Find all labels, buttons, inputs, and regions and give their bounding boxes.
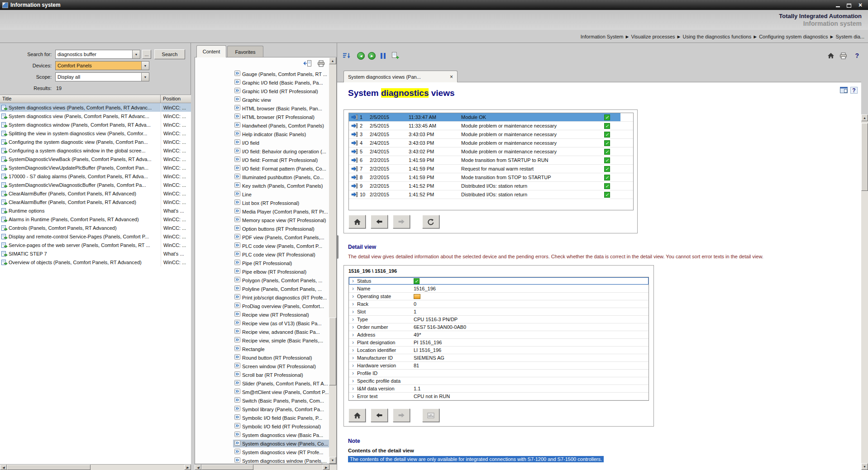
home-icon[interactable] xyxy=(827,51,835,60)
search-result-row[interactable]: System diagnostics view (Panels, Comfort… xyxy=(0,112,191,120)
search-result-row[interactable]: SystemDiagnosticViewBack (Panels, Comfor… xyxy=(0,155,191,163)
toc-item[interactable]: System diagnostics view (RT Profe... xyxy=(195,448,329,456)
tab-close-icon[interactable]: × xyxy=(450,74,453,80)
tab-favorites[interactable]: Favorites xyxy=(227,46,263,57)
property-row[interactable]: Rack 0 xyxy=(349,300,649,308)
search-result-row[interactable]: Controls (Panels, Comfort Panels, RT Adv… xyxy=(0,223,191,232)
toc-item[interactable]: Print job/script diagnostics (RT Profe..… xyxy=(195,293,329,302)
toc-item[interactable]: Option buttons (RT Professional) xyxy=(195,224,329,233)
property-row[interactable]: Plant designation PI 1516_196 xyxy=(349,339,649,347)
toc-item[interactable]: Screen window (RT Professional) xyxy=(195,362,329,370)
back-button[interactable] xyxy=(371,215,388,228)
scroll-left-button[interactable] xyxy=(195,465,201,470)
diagnostics-export-button[interactable] xyxy=(422,408,439,422)
dropdown-arrow-icon[interactable] xyxy=(141,73,149,81)
help-icon[interactable]: ? xyxy=(855,51,859,60)
scroll-down-button[interactable] xyxy=(329,457,336,464)
expander-icon[interactable] xyxy=(349,301,357,307)
toc-item[interactable]: Round button (RT Professional) xyxy=(195,353,329,362)
toc-item[interactable]: ProDiag overview (Panels, Comfort... xyxy=(195,302,329,310)
note-selected-text[interactable]: The contents of the detail view are only… xyxy=(348,456,604,462)
dropdown-arrow-icon[interactable] xyxy=(141,62,149,70)
scrollbar-track[interactable] xyxy=(861,121,868,463)
alarm-row[interactable]: 8 2/2/2015 1:41:59 PM Mode transition fr… xyxy=(349,173,633,182)
toc-item[interactable]: System diagnostics window (Panels,... xyxy=(195,456,329,464)
toc-item[interactable]: Rectangle xyxy=(195,345,329,353)
toc-item[interactable]: Sm@rtClient view (Panels, Comfort P... xyxy=(195,388,329,396)
search-result-row[interactable]: Runtime options What's ... xyxy=(0,206,191,215)
expander-icon[interactable] xyxy=(349,285,357,292)
document-tab[interactable]: System diagnostics views (Pan... × xyxy=(343,71,458,82)
scrollbar-thumb[interactable] xyxy=(201,465,253,470)
property-row[interactable]: Name 1516_196 xyxy=(349,285,649,293)
property-row[interactable]: Hardware version 81 xyxy=(349,362,649,370)
scrollbar-track[interactable] xyxy=(329,64,336,457)
alarm-row[interactable]: 10 2/2/2015 1:41:52 PM Distributed I/Os:… xyxy=(349,190,633,199)
breadcrumb[interactable]: Information System ► Visualize processes… xyxy=(581,34,864,39)
scroll-left-button[interactable] xyxy=(0,465,7,470)
minimize-button[interactable] xyxy=(834,2,842,9)
property-row[interactable]: Address 49* xyxy=(349,331,649,339)
alarm-row[interactable]: 3 2/4/2015 3:43:03 PM Module problem or … xyxy=(349,130,633,139)
search-result-row[interactable]: Splitting the view in system diagnostics… xyxy=(0,129,191,138)
toc-item[interactable]: Symbolic I/O field (RT Professional) xyxy=(195,422,329,431)
toc-item[interactable]: Handwheel (Panels, Comfort Panels) xyxy=(195,121,329,130)
toc-item[interactable]: PDF view (Panels, Comfort Panels,... xyxy=(195,233,329,242)
toc-item[interactable]: Memory space view (RT Professional) xyxy=(195,216,329,224)
devices-value[interactable]: Comfort Panels xyxy=(56,62,141,70)
toc-item[interactable]: I/O field: Behavior during operation (..… xyxy=(195,147,329,156)
search-result-row[interactable]: Configuring a system diagnostics window … xyxy=(0,146,191,155)
add-favorite-page-icon[interactable] xyxy=(391,51,399,60)
toc-item[interactable]: PLC code view (Panels, Comfort P... xyxy=(195,242,329,250)
scrollbar-track[interactable] xyxy=(253,465,323,470)
toc-item[interactable]: Slider (Panels, Comfort Panels, RT A... xyxy=(195,379,329,388)
alarm-row[interactable]: 7 2/2/2015 1:41:59 PM Request for manual… xyxy=(349,165,633,173)
scrollbar-track[interactable] xyxy=(91,465,184,470)
toc-item[interactable]: Recipe view (as of V13) (Basic Pa... xyxy=(195,319,329,328)
scrollbar-thumb[interactable] xyxy=(861,123,868,191)
toc-item[interactable]: Scroll bar (RT Professional) xyxy=(195,370,329,379)
search-result-row[interactable]: SIMATIC STEP 7 What's ... xyxy=(0,249,191,258)
toc-item[interactable]: Graphic I/O field (Basic Panels, Pa... xyxy=(195,78,329,87)
search-result-row[interactable]: System diagnostics views (Panels, Comfor… xyxy=(0,103,191,112)
column-header-title[interactable]: Title xyxy=(0,95,161,103)
expander-icon[interactable] xyxy=(349,385,357,392)
back-icon[interactable] xyxy=(357,51,365,60)
expander-icon[interactable] xyxy=(349,316,357,323)
toc-item[interactable]: I/O field xyxy=(195,138,329,147)
expander-icon[interactable] xyxy=(349,378,357,384)
sort-icon[interactable] xyxy=(343,51,351,60)
expander-icon[interactable] xyxy=(349,339,357,346)
panel-splitter-handle[interactable] xyxy=(337,235,339,259)
property-row[interactable]: Manufacturer ID SIEMENS AG xyxy=(349,354,649,362)
search-result-row[interactable]: Alarms in Runtime (Panels, Comfort Panel… xyxy=(0,215,191,223)
toc-item[interactable]: I/O field: Format (RT Professional) xyxy=(195,156,329,164)
search-result-row[interactable]: SystemDiagnosticViewUpdatePlcBuffer (Pan… xyxy=(0,163,191,172)
expander-icon[interactable] xyxy=(349,324,357,330)
scope-value[interactable]: Display all xyxy=(56,73,141,81)
toc-item[interactable]: PLC code view (RT Professional) xyxy=(195,250,329,259)
scroll-down-button[interactable] xyxy=(861,463,868,470)
home-button[interactable] xyxy=(348,215,366,228)
expander-icon[interactable] xyxy=(349,347,357,353)
toc-item[interactable]: HTML browser (Basic Panels, Pan... xyxy=(195,104,329,113)
search-result-row[interactable]: System diagnostics window (Panels, Comfo… xyxy=(0,120,191,129)
scroll-right-button[interactable] xyxy=(184,465,191,470)
document-vertical-scrollbar[interactable] xyxy=(861,114,868,470)
property-row[interactable]: I&M data version 1.1 xyxy=(349,385,649,393)
forward-button[interactable] xyxy=(393,408,410,422)
property-row[interactable]: Slot 1 xyxy=(349,308,649,316)
toc-item[interactable]: I/O field: Format pattern (Panels, Co... xyxy=(195,164,329,173)
scope-combobox[interactable]: Display all xyxy=(55,72,149,81)
expander-icon[interactable] xyxy=(349,393,357,399)
toc-item[interactable]: Polygon (Panels, Comfort Panels, ... xyxy=(195,276,329,285)
search-result-row[interactable]: Service-pages of the web server (Panels,… xyxy=(0,241,191,249)
toc-item[interactable]: System diagnostics view (Basic Pa... xyxy=(195,431,329,439)
scroll-up-button[interactable] xyxy=(861,114,868,121)
toc-item[interactable]: Media Player (Comfort Panels, RT Pr... xyxy=(195,207,329,216)
toc-item[interactable]: Symbol library (Panels, Comfort Pa... xyxy=(195,405,329,413)
close-button[interactable]: × xyxy=(856,2,864,9)
scrollbar-thumb[interactable] xyxy=(329,318,336,385)
search-result-row[interactable]: SystemDiagnosticViewDiagnosticBuffer (Pa… xyxy=(0,180,191,189)
context-help-icon[interactable]: ? xyxy=(850,87,858,94)
